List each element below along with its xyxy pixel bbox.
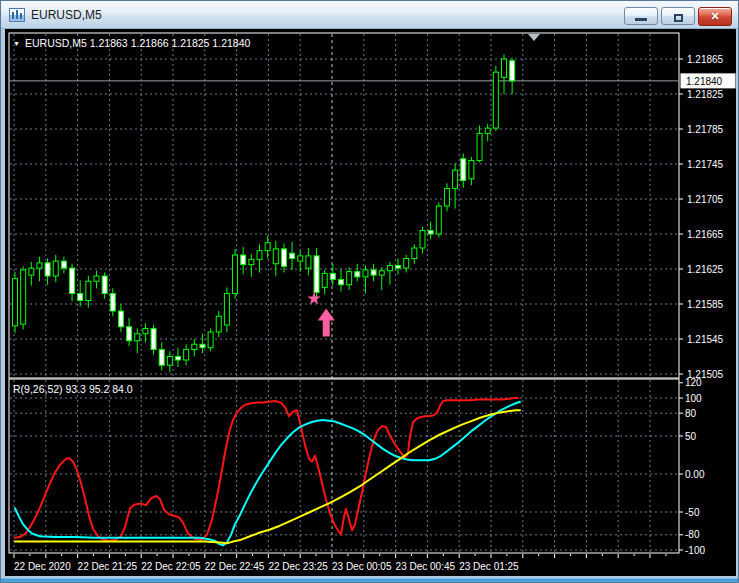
candle-body-bear [176, 357, 181, 361]
svg-text:120: 120 [685, 377, 702, 388]
svg-text:23 Dec 01:25: 23 Dec 01:25 [459, 561, 519, 572]
candle-body-bear [102, 276, 107, 294]
svg-text:50: 50 [685, 431, 697, 442]
svg-text:1.21785: 1.21785 [687, 124, 724, 135]
restore-icon [674, 14, 683, 22]
candle-body-bull [444, 189, 449, 207]
window-controls: ✕ [621, 7, 732, 26]
candle-body-bull [453, 170, 458, 188]
svg-text:100: 100 [685, 393, 702, 404]
svg-text:23 Dec 00:45: 23 Dec 00:45 [396, 561, 456, 572]
svg-text:-80: -80 [685, 529, 700, 540]
svg-text:-100: -100 [685, 545, 705, 556]
indicator-header-label: R(9,26,52) 93.3 95.2 84.0 [13, 383, 133, 395]
svg-text:1.21665: 1.21665 [687, 229, 724, 240]
candle-body-bear [110, 294, 115, 312]
candle-body-bull [216, 316, 221, 332]
candle-body-bull [485, 128, 490, 133]
candle-body-bull [502, 59, 507, 77]
candle-body-bear [510, 61, 515, 81]
candle-body-bear [281, 249, 286, 267]
candle-body-bear [355, 272, 360, 277]
candle-body-bull [477, 133, 482, 160]
svg-text:80: 80 [685, 408, 697, 419]
candle-body-bear [461, 159, 466, 181]
chart-canvas[interactable]: 1.218651.218251.217851.217451.217051.216… [5, 29, 736, 576]
svg-text:1.21705: 1.21705 [687, 194, 724, 205]
candle-body-bull [493, 72, 498, 128]
candle-body-bear [200, 344, 205, 348]
candle-body-bear [396, 266, 401, 269]
candle-body-bull [273, 249, 278, 264]
candle-body-bull [37, 263, 42, 268]
candle-body-bull [135, 334, 140, 341]
candle-body-bull [13, 279, 18, 326]
svg-text:1.21585: 1.21585 [687, 299, 724, 310]
candle-body-bull [322, 273, 327, 287]
candle-body-bull [184, 350, 189, 361]
candle-body-bear [241, 255, 246, 265]
svg-text:22 Dec 22:45: 22 Dec 22:45 [205, 561, 265, 572]
candle-body-bear [151, 329, 156, 350]
svg-text:22 Dec 22:05: 22 Dec 22:05 [141, 561, 201, 572]
candle-body-bull [143, 329, 148, 334]
candle-body-bull [420, 231, 425, 249]
svg-text:0.00: 0.00 [685, 469, 705, 480]
candle-body-bear [330, 273, 335, 279]
candle-body-bear [118, 311, 123, 327]
candle-body-bull [249, 259, 254, 264]
svg-text:▼: ▼ [13, 40, 20, 47]
candle-body-bull [224, 294, 229, 326]
svg-text:1.21825: 1.21825 [687, 89, 724, 100]
close-icon: ✕ [710, 11, 719, 22]
chart-window-icon [9, 7, 25, 23]
window-title: EURUSD,M5 [31, 8, 102, 22]
candle-body-bull [167, 357, 172, 366]
candle-body-bear [428, 231, 433, 235]
candle-body-bull [257, 251, 262, 260]
candle-body-bull [208, 332, 213, 348]
candle-body-bull [21, 270, 26, 324]
candle-body-bull [233, 255, 238, 294]
candle-body-bear [61, 261, 66, 268]
candle-body-bull [298, 256, 303, 261]
svg-text:1.21865: 1.21865 [687, 54, 724, 65]
candle-body-bear [127, 327, 132, 341]
candle-body-bear [159, 350, 164, 366]
window-titlebar[interactable]: EURUSD,M5 ✕ [1, 1, 738, 29]
minimize-button[interactable] [624, 7, 658, 25]
candle-body-bull [347, 272, 352, 285]
candle-body-bull [94, 276, 99, 281]
svg-text:1.21625: 1.21625 [687, 264, 724, 275]
candle-body-bull [412, 248, 417, 259]
candle-body-bull [404, 259, 409, 269]
candle-body-bear [45, 263, 50, 276]
svg-text:1.21840: 1.21840 [686, 76, 723, 87]
svg-text:1.21745: 1.21745 [687, 159, 724, 170]
candle-body-bull [306, 256, 311, 268]
restore-button[interactable] [661, 7, 695, 25]
candle-body-bull [436, 206, 441, 234]
candle-body-bear [70, 268, 75, 293]
candle-body-bear [339, 280, 344, 285]
svg-text:22 Dec 23:25: 22 Dec 23:25 [268, 561, 328, 572]
candle-body-bull [469, 161, 474, 179]
indicator-header: R(9,26,52) 93.3 95.2 84.0 [13, 383, 133, 395]
candle-body-bear [78, 294, 83, 301]
candle-body-bull [29, 268, 34, 275]
candle-body-bull [379, 271, 384, 275]
candle-body-bull [86, 281, 91, 300]
mt4-chart-window: EURUSD,M5 ✕ 1.218651.218251.217851.21745… [0, 0, 739, 583]
svg-text:1.21545: 1.21545 [687, 334, 724, 345]
minimize-icon [635, 18, 647, 21]
close-button[interactable]: ✕ [698, 7, 732, 26]
chart-client-area[interactable]: 1.218651.218251.217851.217451.217051.216… [5, 29, 736, 576]
svg-text:-50: -50 [685, 507, 700, 518]
window-bottom-border [1, 576, 738, 583]
svg-text:22 Dec 21:25: 22 Dec 21:25 [78, 561, 138, 572]
svg-text:EURUSD,M5 1.21863 1.21866 1.21: EURUSD,M5 1.21863 1.21866 1.21825 1.2184… [25, 37, 250, 49]
candle-body-bull [192, 344, 197, 349]
candle-body-bull [387, 266, 392, 271]
candle-body-bear [371, 270, 376, 275]
candle-body-bull [265, 243, 270, 251]
